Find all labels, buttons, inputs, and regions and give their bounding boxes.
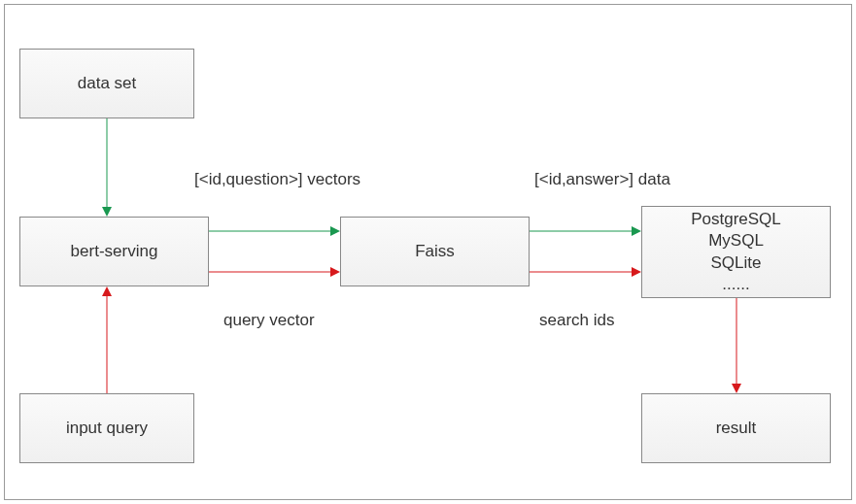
box-bert-serving: bert-serving — [19, 217, 209, 286]
arrow-label-query-vector: query vector — [223, 311, 315, 330]
box-label: Faiss — [415, 242, 455, 261]
arrow-label-data: [<id,answer>] data — [534, 170, 670, 189]
box-data-set: data set — [19, 49, 194, 118]
box-label: bert-serving — [71, 242, 158, 261]
box-input-query: input query — [19, 393, 194, 463]
arrow-label-search-ids: search ids — [539, 311, 614, 330]
box-label-line: PostgreSQL — [691, 209, 781, 230]
box-label: input query — [66, 419, 148, 438]
box-result: result — [641, 393, 831, 463]
box-label: data set — [78, 74, 137, 93]
box-label-line: MySQL — [708, 230, 764, 252]
box-label-line: ...... — [722, 274, 749, 295]
box-label: result — [716, 419, 757, 438]
box-databases: PostgreSQL MySQL SQLite ...... — [641, 206, 831, 298]
box-faiss: Faiss — [340, 217, 530, 286]
box-label-line: SQLite — [711, 252, 762, 274]
arrow-label-vectors: [<id,question>] vectors — [194, 170, 360, 189]
